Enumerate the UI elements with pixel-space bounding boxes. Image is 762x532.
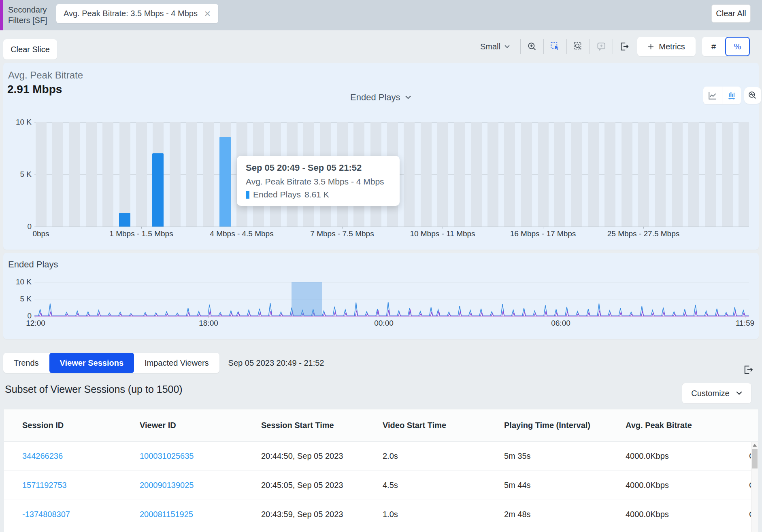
video-start-cell: 4.5s — [383, 481, 504, 490]
bar-chart-button[interactable] — [722, 87, 741, 104]
avg-peak-bitrate-cell: 4000.0Kbps — [626, 481, 749, 490]
playing-time-cell: 2m 48s — [504, 510, 626, 519]
annotate-button[interactable] — [594, 39, 609, 54]
number-percent-toggle: # % — [702, 37, 750, 56]
column-header: Session Start Time — [261, 421, 383, 430]
session-id-cell[interactable]: -1374808307 — [22, 510, 140, 519]
series-swatch — [246, 191, 249, 199]
marquee-select-button[interactable] — [548, 39, 562, 54]
export-button[interactable] — [617, 39, 632, 54]
toolbar-controls: Small — [480, 37, 750, 56]
export-sessions-button[interactable] — [740, 362, 756, 378]
tab-impacted-viewers[interactable]: Impacted Viewers — [134, 353, 219, 373]
bar-chart-brush-icon — [727, 91, 736, 100]
toolbar-divider — [520, 39, 521, 54]
x-tick — [443, 227, 443, 229]
x-tick-label: 12:00 — [13, 319, 58, 328]
clear-slice-button[interactable]: Clear Slice — [3, 39, 57, 59]
x-tick — [41, 227, 41, 229]
scroll-up-icon[interactable] — [753, 444, 757, 447]
clear-all-button[interactable]: Clear All — [711, 4, 751, 23]
chip-close-icon[interactable]: ✕ — [204, 9, 211, 19]
box-zoom-icon — [573, 41, 583, 52]
column-header: Video Start Time — [383, 421, 504, 430]
ended-plays-panel: Ended Plays 10 K 5 K 0 12:0018:0000:0006… — [3, 253, 759, 339]
tooltip-subtitle: Avg. Peak Bitrate 3.5 Mbps - 4 Mbps — [246, 177, 391, 187]
tab-viewer-sessions[interactable]: Viewer Sessions — [49, 353, 134, 373]
chart-type-controls — [703, 87, 761, 104]
bar[interactable] — [152, 153, 164, 227]
session-id-cell[interactable]: 344266236 — [22, 451, 140, 461]
selection-window[interactable] — [292, 282, 322, 316]
y-tick-label: 10 K — [6, 278, 32, 286]
y-tick-label: 10 K — [6, 118, 32, 126]
table-header-row: Session IDViewer IDSession Start TimeVid… — [4, 409, 758, 442]
bar[interactable] — [119, 213, 130, 227]
line-chart-button[interactable] — [703, 87, 722, 104]
video-start-cell: 1.0s — [383, 510, 504, 519]
x-tick-label: 25 Mbps - 27.5 Mbps — [595, 229, 692, 238]
session-id-cell[interactable]: 1571192753 — [22, 481, 140, 490]
zoom-in-icon — [527, 42, 537, 51]
percent-toggle[interactable]: % — [725, 37, 750, 56]
x-tick-label: 4 Mbps - 4.5 Mbps — [193, 229, 290, 238]
x-tick — [643, 227, 644, 229]
timeline-series — [34, 279, 749, 317]
x-tick-label: 11:59 — [723, 319, 762, 328]
toolbar-divider — [543, 39, 544, 54]
tab-trends[interactable]: Trends — [3, 353, 49, 373]
sessions-heading: Subset of Viewer Sessions (up to 1500) — [5, 384, 183, 395]
video-start-cell: 2.0s — [383, 451, 504, 461]
x-tick — [342, 227, 343, 229]
chevron-down-icon — [504, 45, 510, 49]
column-header: Session ID — [22, 421, 140, 430]
column-header: Playing Time (Interval) — [504, 421, 626, 430]
x-tick-label: 10 Mbps - 11 Mbps — [394, 229, 491, 238]
detail-tabs: TrendsViewer SessionsImpacted Viewers — [3, 353, 219, 373]
column-header: Viewer ID — [140, 421, 261, 430]
x-tick — [745, 316, 745, 318]
x-tick-label: 18:00 — [186, 319, 231, 328]
table-row: 34426623610003102563520:44:50, Sep 05 20… — [4, 442, 758, 471]
add-metrics-button[interactable]: Metrics — [637, 37, 696, 56]
series-dropdown[interactable]: Ended Plays — [350, 92, 411, 103]
avg-peak-bitrate-cell: 4000.0Kbps — [626, 451, 749, 461]
size-select-value: Small — [480, 42, 500, 51]
x-tick-label: 7 Mbps - 7.5 Mbps — [294, 229, 391, 238]
tooltip-series-row: Ended Plays 8.61 K — [246, 190, 391, 199]
x-tick — [561, 316, 561, 318]
inspect-data-button[interactable] — [744, 87, 761, 104]
customize-label: Customize — [691, 389, 729, 398]
viewer-id-cell[interactable]: 200090139025 — [140, 481, 261, 490]
x-tick-label: 0bps — [0, 229, 89, 238]
scrollbar-thumb[interactable] — [752, 449, 758, 468]
x-tick — [384, 316, 384, 318]
plus-icon — [648, 44, 654, 50]
x-tick-label: 00:00 — [362, 319, 406, 328]
customize-button[interactable]: Customize — [682, 383, 751, 404]
series-dropdown-value: Ended Plays — [350, 92, 400, 103]
number-toggle[interactable]: # — [702, 37, 725, 56]
viewer-id-cell[interactable]: 200081151925 — [140, 510, 261, 519]
export-icon — [619, 41, 630, 52]
box-zoom-button[interactable] — [571, 39, 585, 54]
x-tick-label: 06:00 — [539, 319, 583, 328]
toolbar-divider — [590, 39, 590, 54]
table-scrollbar[interactable] — [751, 442, 758, 532]
toolbar-divider — [566, 39, 567, 54]
table-row: 157119275320009013902520:45:05, Sep 05 2… — [4, 471, 758, 500]
playing-time-cell: 5m 44s — [504, 481, 626, 490]
bar-highlighted[interactable] — [219, 137, 231, 227]
filter-chip[interactable]: Avg. Peak Bitrate: 3.5 Mbps - 4 Mbps ✕ — [56, 4, 218, 23]
detail-tabs-row: TrendsViewer SessionsImpacted Viewers Se… — [3, 353, 324, 373]
y-tick-label: 5 K — [6, 295, 32, 303]
session-start-cell: 20:44:50, Sep 05 2023 — [261, 451, 383, 461]
tooltip-title: Sep 05 20:49 - Sep 05 21:52 — [246, 163, 391, 173]
viewer-id-cell[interactable]: 100031025635 — [140, 451, 261, 461]
marquee-select-icon — [550, 41, 560, 52]
zoom-in-button[interactable] — [525, 39, 539, 54]
selected-interval-timestamp: Sep 05 2023 20:49 - 21:52 — [228, 353, 324, 373]
chart-type-group — [703, 87, 741, 104]
size-select[interactable]: Small — [480, 42, 510, 51]
avg-peak-bitrate-cell: 4000.0Kbps — [626, 510, 749, 519]
